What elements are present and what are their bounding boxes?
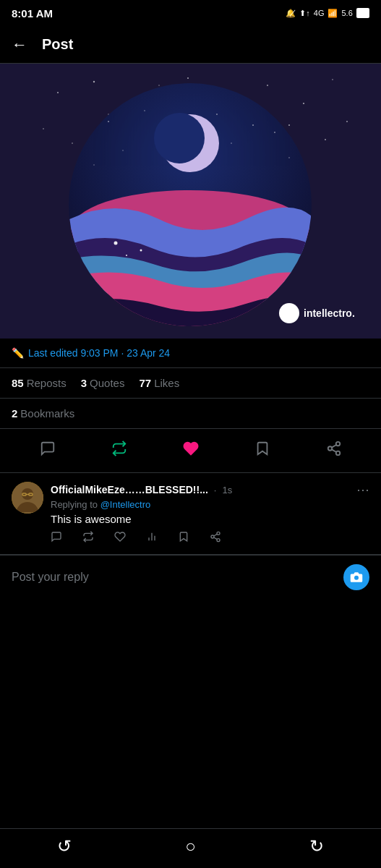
reply-username: OfficialMikeEze……BLESSED!!... bbox=[51, 484, 208, 495]
reply-retweet-icon[interactable] bbox=[82, 531, 94, 545]
svg-point-24 bbox=[216, 114, 218, 115]
svg-point-12 bbox=[43, 128, 44, 129]
svg-point-30 bbox=[288, 157, 290, 158]
bookmarks-label: Bookmarks bbox=[20, 407, 74, 420]
svg-line-58 bbox=[214, 534, 218, 536]
quotes-stat[interactable]: 3 Quotes bbox=[81, 377, 125, 389]
nav-back-icon[interactable]: ↺ bbox=[57, 836, 72, 856]
svg-point-1 bbox=[57, 92, 59, 93]
svg-point-38 bbox=[126, 255, 127, 256]
quotes-label: Quotes bbox=[90, 377, 124, 389]
comment-icon[interactable] bbox=[34, 435, 61, 467]
svg-point-22 bbox=[144, 110, 145, 111]
nav-forward-icon[interactable]: ↻ bbox=[309, 836, 324, 856]
svg-point-8 bbox=[332, 79, 333, 80]
edit-timestamp: Last edited 9:03 PM · 23 Apr 24 bbox=[28, 347, 170, 359]
reply-header: OfficialMikeEze……BLESSED!!... · 1s ⋯ bbox=[51, 482, 369, 498]
reply-like-icon[interactable] bbox=[114, 531, 126, 545]
svg-point-27 bbox=[231, 142, 232, 144]
svg-point-13 bbox=[288, 124, 290, 126]
share-icon[interactable] bbox=[320, 435, 348, 467]
status-icons: 🔔̸ ⬆↑ 4G 📶 5.6 81 bbox=[286, 8, 369, 18]
svg-point-29 bbox=[93, 164, 94, 165]
likes-count: 77 bbox=[139, 377, 151, 389]
mute-icon: 🔔̸ bbox=[286, 9, 296, 18]
reply-actions bbox=[51, 531, 369, 545]
bookmarks-count: 2 bbox=[12, 407, 17, 420]
reply-share-icon[interactable] bbox=[210, 531, 221, 545]
svg-line-57 bbox=[214, 537, 218, 540]
likes-stat[interactable]: 77 Likes bbox=[139, 377, 179, 389]
svg-line-44 bbox=[331, 449, 335, 452]
back-button[interactable]: ← bbox=[12, 35, 27, 54]
retweet-icon[interactable] bbox=[106, 435, 133, 467]
svg-point-42 bbox=[328, 446, 332, 451]
svg-point-17 bbox=[325, 139, 326, 140]
reposts-stat[interactable]: 85 Reposts bbox=[12, 377, 67, 389]
nav-bar: ↺ ○ ↻ bbox=[0, 828, 381, 868]
reposts-count: 85 bbox=[12, 377, 24, 389]
edit-info: ✏️ Last edited 9:03 PM · 23 Apr 24 bbox=[0, 339, 381, 368]
reply-to: Replying to @Intellec­tro bbox=[51, 499, 369, 510]
more-options-icon[interactable]: ⋯ bbox=[356, 482, 369, 498]
svg-point-55 bbox=[211, 535, 214, 538]
svg-point-37 bbox=[140, 250, 142, 252]
svg-point-11 bbox=[346, 121, 348, 122]
wifi-icon: 📶 bbox=[328, 9, 338, 18]
svg-line-45 bbox=[331, 445, 335, 448]
reply-comment-icon[interactable] bbox=[51, 531, 62, 545]
reply-time: · bbox=[214, 485, 217, 495]
bookmark-icon[interactable] bbox=[249, 435, 276, 467]
stats-row: 85 Reposts 3 Quotes 77 Likes bbox=[0, 368, 381, 399]
svg-point-4 bbox=[187, 77, 189, 79]
like-icon[interactable] bbox=[177, 435, 205, 467]
quotes-count: 3 bbox=[81, 377, 87, 389]
nav-home-icon[interactable]: ○ bbox=[185, 836, 196, 856]
reply-section: OfficialMikeEze……BLESSED!!... · 1s ⋯ Rep… bbox=[0, 473, 381, 555]
svg-point-6 bbox=[267, 85, 268, 86]
reply-placeholder[interactable]: Post your reply bbox=[12, 571, 335, 584]
reply-timestamp: 1s bbox=[222, 485, 232, 495]
svg-point-21 bbox=[108, 121, 109, 122]
battery-icon: 81 bbox=[356, 8, 369, 18]
post-reply-bar[interactable]: Post your reply bbox=[0, 555, 381, 599]
svg-point-26 bbox=[122, 150, 123, 150]
status-bar: 8:01 AM 🔔̸ ⬆↑ 4G 📶 5.6 81 bbox=[0, 0, 381, 26]
reposts-label: Reposts bbox=[27, 377, 67, 389]
svg-point-2 bbox=[93, 81, 95, 82]
svg-point-43 bbox=[335, 451, 340, 456]
svg-point-28 bbox=[274, 132, 275, 133]
post-image: intellectro. bbox=[0, 64, 381, 339]
avatar bbox=[12, 482, 43, 514]
status-time: 8:01 AM bbox=[12, 7, 53, 20]
svg-point-59 bbox=[354, 576, 359, 580]
camera-button[interactable] bbox=[343, 564, 369, 590]
pencil-icon: ✏️ bbox=[12, 347, 24, 359]
svg-point-7 bbox=[303, 103, 304, 104]
svg-point-25 bbox=[252, 124, 254, 126]
bookmarks-row[interactable]: 2 Bookmarks bbox=[0, 399, 381, 429]
svg-point-56 bbox=[217, 539, 220, 542]
svg-point-41 bbox=[335, 442, 340, 446]
reply-content: OfficialMikeEze……BLESSED!!... · 1s ⋯ Rep… bbox=[51, 482, 369, 545]
reply-text: This is awesome bbox=[51, 513, 369, 525]
network-icon: 4G bbox=[314, 9, 325, 17]
svg-point-39 bbox=[279, 303, 299, 323]
svg-point-15 bbox=[72, 142, 73, 144]
reply-to-username[interactable]: @Intellec­tro bbox=[100, 499, 151, 510]
signal-icon: ⬆↑ bbox=[299, 9, 310, 18]
svg-point-54 bbox=[217, 532, 220, 535]
reply-bookmark-icon[interactable] bbox=[178, 531, 189, 545]
svg-point-14 bbox=[158, 85, 159, 85]
svg-point-36 bbox=[114, 242, 118, 245]
header: ← Post bbox=[0, 26, 381, 64]
action-bar bbox=[0, 429, 381, 473]
svg-point-34 bbox=[154, 113, 205, 163]
reply-analytics-icon[interactable] bbox=[146, 531, 158, 545]
page-title: Post bbox=[42, 36, 73, 53]
likes-label: Likes bbox=[154, 377, 179, 389]
speed-icon: 5.6 bbox=[341, 9, 352, 17]
svg-text:intellectro.: intellectro. bbox=[304, 307, 355, 319]
